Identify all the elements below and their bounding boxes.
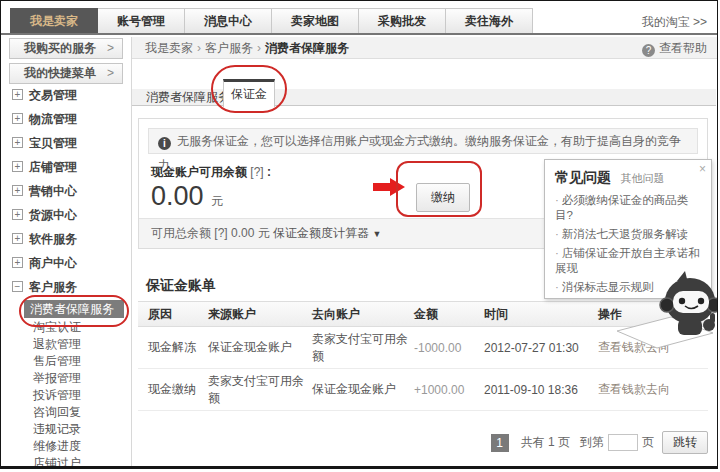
colon: : <box>267 165 271 179</box>
sidebar-item-label: 交易管理 <box>29 88 77 102</box>
sidebar-menu: +交易管理 +物流管理 +宝贝管理 +店铺管理 +营销中心 +货源中心 +软件服… <box>1 83 130 469</box>
nav-tab-overseas[interactable]: 卖往海外 <box>446 8 533 33</box>
sidebar-item-aftersale[interactable]: 售后管理 <box>1 353 130 370</box>
table-row: 现金缴纳 卖家支付宝可用余额 保证金现金账户 +1000.00 2011-09-… <box>138 369 708 411</box>
faq-other-questions-link[interactable]: 其他问题 <box>620 172 664 184</box>
sidebar-item-complaints[interactable]: 投诉管理 <box>1 387 130 404</box>
expand-icon[interactable]: + <box>12 113 23 124</box>
cell-time: 2012-07-27 01:30 <box>484 341 598 355</box>
cell-reason: 现金缴纳 <box>138 381 208 398</box>
breadcrumb-separator: › <box>257 41 261 55</box>
breadcrumb: 我是卖家›客户服务›消费者保障服务 ?查看帮助 <box>132 37 717 59</box>
total-balance-value: 0.00 元 <box>231 226 270 240</box>
faq-link[interactable]: 新消法七天退货服务解读 <box>555 227 705 242</box>
info-icon: i <box>158 137 171 150</box>
nav-tab-seller-map[interactable]: 卖家地图 <box>272 8 359 33</box>
purchased-services-button[interactable]: 我购买的服务 > <box>9 38 123 59</box>
sidebar-item-supply[interactable]: +货源中心 <box>1 203 130 227</box>
sidebar-item-reports[interactable]: 举报管理 <box>1 370 130 387</box>
tab-deposit[interactable]: 保证金 <box>223 79 275 107</box>
sidebar-item-merchant[interactable]: +商户中心 <box>1 251 130 275</box>
expand-icon[interactable]: + <box>12 233 23 244</box>
expand-icon[interactable]: + <box>12 89 23 100</box>
question-icon: ? <box>642 44 655 57</box>
cell-amount: -1000.00 <box>414 341 484 355</box>
sidebar-item-customer-service[interactable]: −客户服务 <box>1 275 130 299</box>
expand-icon[interactable]: + <box>12 185 23 196</box>
sidebar-item-label: 软件服务 <box>29 232 77 246</box>
sidebar-item-label: 客户服务 <box>29 280 77 294</box>
nav-tab-account[interactable]: 账号管理 <box>98 8 185 33</box>
top-navigation: 我是卖家 账号管理 消息中心 卖家地图 采购批发 卖往海外 我的淘宝 >> <box>1 1 717 35</box>
sidebar-item-trade[interactable]: +交易管理 <box>1 83 130 107</box>
cell-from: 保证金现金账户 <box>208 339 312 356</box>
deposit-calculator-link[interactable]: 保证金额度计算器 <box>273 226 369 240</box>
top-nav-tabs: 我是卖家 账号管理 消息中心 卖家地图 采购批发 卖往海外 <box>10 8 533 33</box>
cash-balance-label-text: 现金账户可用余额 <box>151 165 247 179</box>
nav-tab-messages[interactable]: 消息中心 <box>185 8 272 33</box>
total-pages-label: 共有 1 页 <box>521 434 570 451</box>
sidebar-item-logistics[interactable]: +物流管理 <box>1 107 130 131</box>
pay-deposit-button[interactable]: 缴纳 <box>416 183 470 212</box>
sidebar-item-marketing[interactable]: +营销中心 <box>1 179 130 203</box>
my-taobao-link[interactable]: 我的淘宝 >> <box>642 14 707 31</box>
col-to-account: 去向账户 <box>312 306 414 323</box>
cell-to: 卖家支付宝可用余额 <box>312 331 414 365</box>
balance-help-marker[interactable]: [?] <box>250 165 263 179</box>
cell-from: 卖家支付宝可用余额 <box>208 373 312 407</box>
cell-to: 保证金现金账户 <box>312 381 414 398</box>
sidebar-item-label: 商户中心 <box>29 256 77 270</box>
faq-title: 常见问题 <box>555 169 611 185</box>
sidebar-item-repair-progress[interactable]: 维修进度 <box>1 438 130 455</box>
jump-button[interactable]: 跳转 <box>662 431 708 454</box>
sidebar-item-consumer-protection[interactable]: 消费者保障服务 <box>24 300 124 318</box>
cell-amount: +1000.00 <box>414 383 484 397</box>
faq-link[interactable]: 必须缴纳保证金的商品类目? <box>555 193 705 223</box>
cell-reason: 现金解冻 <box>138 339 208 356</box>
breadcrumb-customer-service[interactable]: 客户服务 <box>205 41 253 55</box>
col-from-account: 来源账户 <box>208 306 312 323</box>
chevron-down-icon[interactable]: ▼ <box>372 229 381 239</box>
seller-center-window: 我是卖家 账号管理 消息中心 卖家地图 采购批发 卖往海外 我的淘宝 >> 我购… <box>0 0 718 469</box>
close-icon[interactable]: × <box>699 162 706 176</box>
deposit-alert: i无服务保证金，您可以选择信用账户或现金方式缴纳。缴纳服务保证金，有助于提高自身… <box>148 128 698 154</box>
view-help-link[interactable]: ?查看帮助 <box>642 37 707 59</box>
red-arrow-icon <box>373 178 405 196</box>
quick-menu-label: 我的快捷菜单 <box>24 66 96 80</box>
nav-tab-wholesale[interactable]: 采购批发 <box>359 8 446 33</box>
col-time: 时间 <box>484 306 598 323</box>
view-money-flow-link[interactable]: 查看钱款去向 <box>598 382 670 396</box>
sidebar-item-label: 物流管理 <box>29 112 77 126</box>
sidebar-item-taobao-auth[interactable]: 淘宝认证 <box>1 319 130 336</box>
sidebar-item-label: 店铺管理 <box>29 160 77 174</box>
bill-section-title: 保证金账单 <box>146 277 216 295</box>
expand-icon[interactable]: + <box>12 209 23 220</box>
expand-icon[interactable]: + <box>12 161 23 172</box>
pagination: 1 共有 1 页 到第 页 跳转 <box>138 431 708 454</box>
collapse-icon[interactable]: − <box>12 281 23 292</box>
breadcrumb-current: 消费者保障服务 <box>265 41 349 55</box>
goto-page-input[interactable] <box>608 434 638 451</box>
sidebar-item-label: 宝贝管理 <box>29 136 77 150</box>
view-help-label: 查看帮助 <box>659 41 707 55</box>
sidebar-item-refunds[interactable]: 退款管理 <box>1 336 130 353</box>
mascot-robot <box>615 271 718 349</box>
page-number-button[interactable]: 1 <box>491 434 509 452</box>
breadcrumb-seller[interactable]: 我是卖家 <box>145 41 193 55</box>
sidebar-item-items[interactable]: +宝贝管理 <box>1 131 130 155</box>
cash-balance-label: 现金账户可用余额 [?] : <box>151 164 271 181</box>
sidebar-item-shop[interactable]: +店铺管理 <box>1 155 130 179</box>
purchased-services-label: 我购买的服务 <box>24 41 96 55</box>
tab-consumer-protection[interactable]: 消费者保障服务 <box>146 89 230 106</box>
sidebar-item-violations[interactable]: 违规记录 <box>1 421 130 438</box>
quick-menu-button[interactable]: 我的快捷菜单 > <box>9 63 123 84</box>
nav-tab-i-am-seller[interactable]: 我是卖家 <box>10 8 98 33</box>
expand-icon[interactable]: + <box>12 137 23 148</box>
sidebar-item-inquiry-reply[interactable]: 咨询回复 <box>1 404 130 421</box>
col-reason: 原因 <box>138 306 208 323</box>
sidebar-item-software[interactable]: +软件服务 <box>1 227 130 251</box>
sidebar-item-shop-transfer[interactable]: 店铺过户 <box>1 455 130 469</box>
expand-icon[interactable]: + <box>12 257 23 268</box>
total-balance-help-marker[interactable]: [?] <box>214 226 227 240</box>
breadcrumb-separator: › <box>197 41 201 55</box>
